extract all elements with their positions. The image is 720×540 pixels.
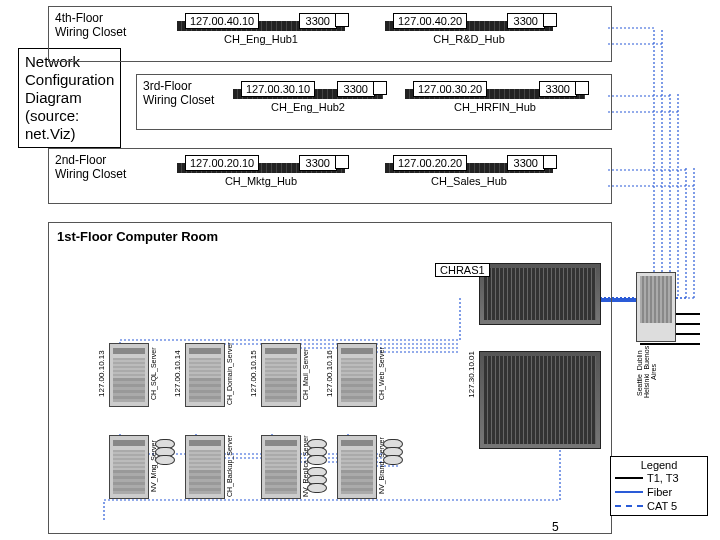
hub-status-icon	[373, 81, 387, 95]
server-top-2: 127.00.10.14 CH_Domain_Server	[185, 343, 223, 407]
disk-array-icon	[383, 439, 403, 463]
disk-array-icon	[307, 439, 327, 463]
hub-ip: 127.00.40.10	[185, 13, 259, 29]
hub-status-icon	[543, 13, 557, 27]
legend-fiber-label: Fiber	[647, 486, 672, 498]
closet-label-line: Wiring Closet	[55, 167, 126, 181]
closet-label: 2nd-Floor Wiring Closet	[55, 153, 126, 181]
server-top-1: 127.00.10.13 CH_SQL_Server	[109, 343, 147, 407]
title-line: (source:	[25, 107, 79, 124]
server-bot-1: NV_Mng_Server	[109, 435, 147, 499]
disk-array-icon	[307, 467, 327, 491]
rack-router	[479, 351, 601, 449]
title-line: Diagram	[25, 89, 82, 106]
closet-label-line: 2nd-Floor	[55, 153, 106, 167]
computer-room: 1st-Floor Computer Room CHRAS1 127.30.10…	[48, 222, 612, 534]
diagram-title: Network Configuration Diagram (source: n…	[18, 48, 121, 148]
server-ip: 127.00.10.15	[249, 343, 258, 405]
closet-label: 4th-Floor Wiring Closet	[55, 11, 126, 39]
closet-label-line: Wiring Closet	[143, 93, 214, 107]
router-ip: 127.30.10.01	[467, 351, 476, 398]
hub-name: CH_Eng_Hub1	[177, 33, 345, 45]
hub-name: CH_Mktg_Hub	[177, 175, 345, 187]
hub-ip: 127.00.20.10	[185, 155, 259, 171]
legend-title: Legend	[615, 459, 703, 471]
hub-name: CH_Sales_Hub	[385, 175, 553, 187]
hub-status-icon	[575, 81, 589, 95]
server-name: CH_SQL_Server	[150, 343, 157, 405]
hub-name: CH_R&D_Hub	[385, 33, 553, 45]
hub-name: CH_HRFIN_Hub	[405, 101, 585, 113]
closet-label-line: Wiring Closet	[55, 25, 126, 39]
hub-ip: 127.00.20.20	[393, 155, 467, 171]
hub-sales: 127.00.20.20 3300 CH_Sales_Hub	[385, 157, 553, 197]
wan-city: Helsinki	[643, 374, 650, 399]
server-ip: 127.00.10.13	[97, 343, 106, 405]
hub-eng-1: 127.00.40.10 3300 CH_Eng_Hub1	[177, 15, 345, 55]
server-name: CH_Web_Server	[378, 343, 385, 405]
server-bot-3: NV_Replica_Server	[261, 435, 299, 499]
closet-label-line: 3rd-Floor	[143, 79, 192, 93]
hub-ip: 127.00.40.20	[393, 13, 467, 29]
hub-port: 3300	[507, 155, 545, 171]
hub-port: 3300	[507, 13, 545, 29]
server-ip: 127.00.10.16	[325, 343, 334, 405]
hub-status-icon	[543, 155, 557, 169]
page-number: 5	[552, 520, 559, 534]
floor-4-closet: 4th-Floor Wiring Closet 127.00.40.10 330…	[48, 6, 612, 62]
title-line: Configuration	[25, 71, 114, 88]
server-ip: 127.00.10.14	[173, 343, 182, 405]
hub-port: 3300	[299, 155, 337, 171]
server-name: CH_Domain_Server	[226, 343, 233, 405]
closet-label-line: 4th-Floor	[55, 11, 103, 25]
legend-fiber-icon	[615, 491, 643, 493]
wan-city: Seattle	[636, 374, 643, 396]
floor-3-closet: 3rd-Floor Wiring Closet 127.00.30.10 330…	[136, 74, 612, 130]
wan-endpoint-stack	[636, 272, 676, 342]
legend: Legend T1, T3 Fiber CAT 5	[610, 456, 708, 516]
hub-rnd: 127.00.40.20 3300 CH_R&D_Hub	[385, 15, 553, 55]
server-name: CH_Backup_Server	[226, 435, 233, 497]
legend-t1-icon	[615, 477, 643, 479]
rack-chras1	[479, 263, 601, 325]
disk-array-icon	[155, 439, 175, 463]
room-label: 1st-Floor Computer Room	[57, 229, 218, 244]
server-bot-2: CH_Backup_Server	[185, 435, 223, 499]
server-top-4: 127.00.10.16 CH_Web_Server	[337, 343, 375, 407]
title-line: net.Viz)	[25, 125, 76, 142]
hub-status-icon	[335, 13, 349, 27]
hub-name: CH_Eng_Hub2	[233, 101, 383, 113]
hub-hrfin: 127.00.30.20 3300 CH_HRFIN_Hub	[405, 83, 585, 123]
server-top-3: 127.00.10.15 CH_Mail_Server	[261, 343, 299, 407]
closet-label: 3rd-Floor Wiring Closet	[143, 79, 214, 107]
hub-eng-2: 127.00.30.10 3300 CH_Eng_Hub2	[233, 83, 383, 123]
legend-cat5-icon	[615, 505, 643, 507]
hub-port: 3300	[539, 81, 577, 97]
hub-port: 3300	[299, 13, 337, 29]
wan-city: Dublin	[636, 350, 643, 370]
wan-city-labels: Seattle Dublin Helsinki Buenos Aires	[636, 344, 657, 400]
hub-ip: 127.00.30.20	[413, 81, 487, 97]
legend-cat5-label: CAT 5	[647, 500, 677, 512]
hub-mktg: 127.00.20.10 3300 CH_Mktg_Hub	[177, 157, 345, 197]
hub-status-icon	[335, 155, 349, 169]
rack-label: CHRAS1	[435, 263, 490, 277]
legend-t1-label: T1, T3	[647, 472, 679, 484]
hub-port: 3300	[337, 81, 375, 97]
floor-2-closet: 2nd-Floor Wiring Closet 127.00.20.10 330…	[48, 148, 612, 204]
hub-ip: 127.00.30.10	[241, 81, 315, 97]
server-bot-4: NV_Brand_Server	[337, 435, 375, 499]
server-name: CH_Mail_Server	[302, 343, 309, 405]
